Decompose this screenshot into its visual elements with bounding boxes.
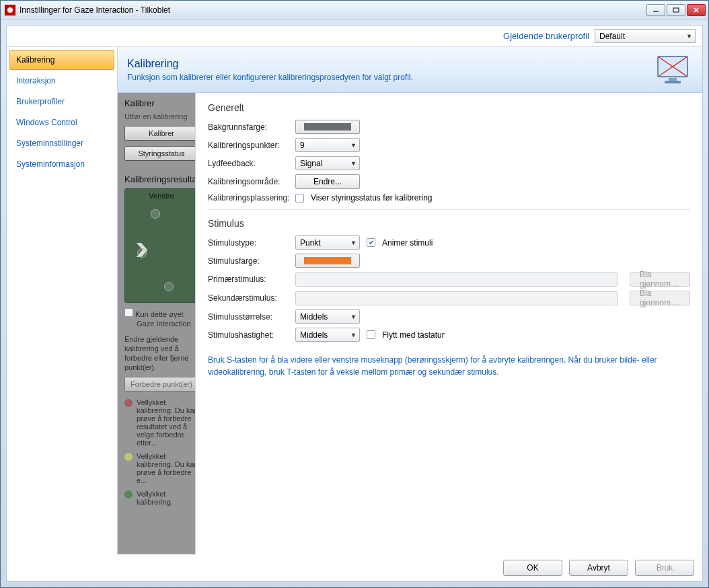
svg-rect-8 (665, 81, 681, 83)
stimspeed-label: Stimulushastighet: (208, 330, 295, 340)
sidebar-item-kalibrering[interactable]: Kalibrering (9, 50, 114, 70)
legend-green: Vellykket kalibrering. (124, 490, 198, 506)
close-button[interactable] (687, 4, 706, 16)
sound-value: Signal (300, 159, 322, 168)
apply-button[interactable]: Bruk (635, 560, 694, 576)
sound-label: Lydfeedback: (208, 159, 295, 168)
bp-result-head: Kalibreringsresultat (124, 174, 198, 184)
sidebar-item-label: Systeminformasjon (16, 159, 85, 169)
content: Kalibrer Utfør en kalibrering Kalibrer S… (118, 93, 702, 554)
sidebar-item-label: Systeminnstillinger (16, 139, 83, 148)
profile-bar: Gjeldende brukerprofil Default ▼ (7, 26, 702, 47)
status-dot-red-icon (124, 399, 133, 407)
bp-only-eye-checkbox[interactable] (124, 308, 133, 317)
bp-kalibrer-head: Kalibrer (124, 98, 198, 108)
chevron-down-icon: ▼ (350, 240, 357, 246)
back-panel-dimmed: Kalibrer Utfør en kalibrering Kalibrer S… (118, 93, 205, 554)
legend-red: Vellykket kalibrering. Du kan prøve å fo… (124, 398, 198, 447)
chevron-down-icon: ▼ (350, 142, 357, 149)
stimspeed-value: Middels (300, 330, 328, 340)
secondary-input[interactable] (295, 291, 618, 305)
monitor-calibration-icon (655, 54, 693, 86)
stimcolor-swatch-button[interactable] (295, 254, 360, 268)
sidebar-item-label: Interaksjon (16, 76, 56, 85)
stimsize-select[interactable]: Middels ▼ (295, 309, 360, 324)
calib-dot (151, 209, 160, 219)
section-header: Kalibrering Funksjon som kalibrerer elle… (118, 47, 702, 93)
sidebar-item-windows-control[interactable]: Windows Control (9, 112, 114, 133)
main: Kalibrering Funksjon som kalibrerer elle… (118, 47, 702, 554)
ok-button[interactable]: OK (503, 560, 562, 576)
profile-value: Default (599, 32, 625, 41)
divider (208, 209, 690, 210)
stimulus-section-title: Stimulus (208, 218, 690, 229)
sidebar-item-systeminnstillinger[interactable]: Systeminnstillinger (9, 133, 114, 153)
bp-para: Endre gjeldende kalibrering ved å forbed… (124, 334, 198, 373)
points-select[interactable]: 9 ▼ (295, 138, 360, 152)
sidebar-item-interaksjon[interactable]: Interaksjon (9, 71, 114, 91)
animate-label: Animer stimuli (382, 238, 433, 248)
bgcolor-swatch-button[interactable] (295, 120, 360, 134)
secondary-label: Sekundærstimulus: (208, 293, 295, 303)
bp-improve-button[interactable]: Forbedre punkt(er) (124, 377, 198, 392)
app-icon (5, 5, 15, 15)
sidebar-item-label: Brukerprofiler (16, 97, 65, 106)
arrows-icon: ›› (135, 226, 138, 268)
stimspeed-select[interactable]: Middels ▼ (295, 328, 360, 342)
sidebar: Kalibrering Interaksjon Brukerprofiler W… (7, 47, 118, 554)
window-buttons (646, 4, 706, 16)
stimtype-select[interactable]: Punkt ▼ (295, 235, 360, 250)
chevron-down-icon: ▼ (686, 33, 692, 40)
placement-label: Kalibreringsplassering: (208, 193, 295, 203)
primary-input[interactable] (295, 272, 618, 287)
window-title: Innstillinger for Gaze Interaction - Til… (20, 5, 646, 15)
calib-dot (164, 282, 174, 291)
profile-select[interactable]: Default ▼ (595, 29, 696, 43)
calib-dot (137, 248, 147, 258)
bp-styringsstatus-button[interactable]: Styringsstatus (124, 146, 198, 161)
stimtype-label: Stimulustype: (208, 238, 295, 248)
chevron-down-icon: ▼ (350, 332, 357, 338)
bp-chk-row: Kun dette øyet Gaze Interaction (124, 308, 198, 329)
area-label: Kalibreringsområde: (208, 177, 295, 186)
keyboard-move-checkbox[interactable] (367, 330, 375, 339)
svg-rect-1 (673, 8, 679, 12)
footer: OK Avbryt Bruk (7, 554, 702, 581)
titlebar: Innstillinger for Gaze Interaction - Til… (1, 1, 708, 20)
bgcolor-swatch (304, 123, 351, 131)
stimsize-value: Middels (300, 312, 328, 322)
bgcolor-label: Bakgrunnsfarge: (208, 122, 295, 132)
chevron-down-icon: ▼ (350, 160, 357, 167)
bp-result-preview: Venstre ›› (124, 188, 198, 303)
animate-checkbox[interactable] (367, 238, 375, 247)
sidebar-item-label: Windows Control (16, 118, 77, 127)
sidebar-item-systeminformasjon[interactable]: Systeminformasjon (9, 154, 114, 174)
general-section-title: Generelt (208, 102, 690, 113)
sound-select[interactable]: Signal ▼ (295, 156, 360, 170)
settings-panel: Generelt Bakgrunnsfarge: Kalibreringspun… (195, 93, 702, 554)
placement-chk-label: Viser styringsstatus før kalibrering (311, 193, 433, 203)
maximize-button[interactable] (667, 4, 685, 16)
stimcolor-swatch (304, 257, 351, 264)
area-change-button[interactable]: Endre... (295, 174, 360, 189)
sidebar-item-label: Kalibrering (16, 55, 54, 65)
minimize-button[interactable] (646, 4, 665, 16)
section-title: Kalibrering (127, 58, 647, 70)
points-value: 9 (300, 141, 305, 150)
secondary-browse-button[interactable]: Bla gjennom ... (630, 291, 690, 305)
bp-green-head: Venstre (125, 189, 198, 200)
help-text: Bruk S-tasten for å bla videre eller ven… (208, 354, 690, 378)
cancel-button[interactable]: Avbryt (569, 560, 628, 576)
svg-rect-7 (669, 78, 677, 81)
stimtype-value: Punkt (300, 238, 321, 248)
primary-browse-button[interactable]: Bla gjennom ... (630, 272, 690, 287)
sidebar-item-brukerprofiler[interactable]: Brukerprofiler (9, 91, 114, 112)
profile-label: Gjeldende brukerprofil (503, 31, 589, 41)
stimcolor-label: Stimulusfarge: (208, 256, 295, 266)
stimsize-label: Stimulusstørrelse: (208, 312, 295, 322)
bp-kalibrer-button[interactable]: Kalibrer (124, 126, 198, 141)
keyboard-move-label: Flytt med tastatur (382, 330, 445, 340)
placement-checkbox[interactable] (295, 194, 304, 203)
inner-frame: Gjeldende brukerprofil Default ▼ Kalibre… (6, 25, 703, 582)
section-description: Funksjon som kalibrerer eller konfigurer… (127, 73, 647, 82)
